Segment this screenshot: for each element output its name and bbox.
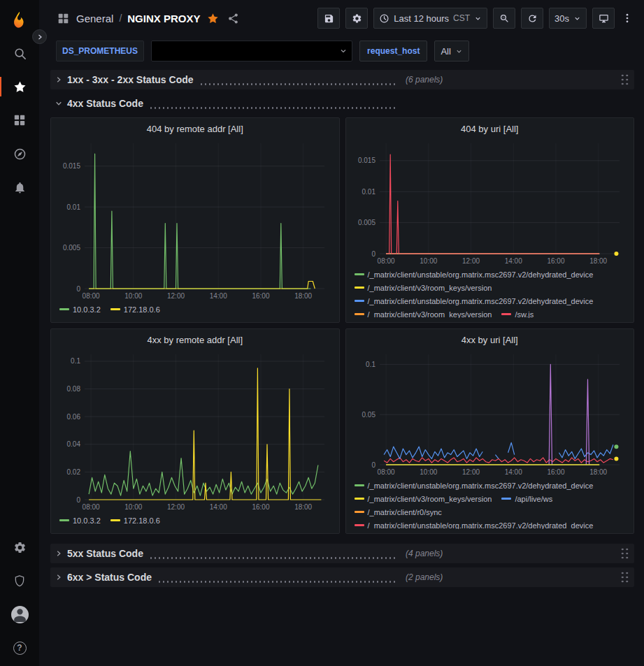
sidebar-item-configuration[interactable] [4, 530, 35, 564]
sidebar-expand-button[interactable] [32, 29, 47, 44]
time-range-picker[interactable]: Last 12 hours CST [373, 8, 487, 29]
sidebar-item-profile[interactable] [4, 598, 35, 631]
legend-swatch [59, 519, 69, 521]
row-drag-handle[interactable] [620, 73, 629, 86]
legend-item[interactable]: /sw.js [501, 307, 534, 318]
chevron-right-icon [55, 549, 63, 558]
legend-label: 172.18.0.6 [124, 516, 160, 525]
row-drag-handle[interactable] [620, 571, 629, 584]
grafana-logo[interactable] [4, 4, 35, 36]
legend-label: /_matrix/client/unstable/org.matrix.msc2… [368, 521, 594, 530]
legend-swatch [355, 287, 364, 289]
share-dashboard-button[interactable] [226, 11, 241, 26]
panel-title[interactable]: 4xx by uri [All] [352, 332, 629, 349]
legend-swatch [355, 498, 364, 500]
datasource-variable-label[interactable]: DS_PROMETHEUS [56, 41, 144, 61]
legend-item[interactable]: 172.18.0.6 [110, 303, 160, 316]
svg-text:0: 0 [371, 250, 375, 258]
legend-swatch [59, 308, 69, 310]
row-4xx[interactable]: 4xx Status Code [50, 94, 634, 113]
row-1xx-3xx-2xx[interactable]: 1xx - 3xx - 2xx Status Code (6 panels) [50, 70, 634, 89]
zoom-out-time-button[interactable] [493, 8, 515, 29]
legend-label: /_matrix/client/v3/room_keys/version [368, 495, 492, 503]
svg-text:0.06: 0.06 [67, 413, 81, 421]
row-6xx[interactable]: 6xx > Status Code (2 panels) [50, 567, 634, 587]
row-drag-handle[interactable] [620, 547, 629, 560]
legend-item[interactable]: /_matrix/client/unstable/org.matrix.msc2… [355, 294, 594, 307]
refresh-interval-dropdown[interactable]: 30s [549, 8, 587, 29]
cycle-view-mode-button[interactable] [592, 8, 615, 29]
panel-title[interactable]: 404 by remote addr [All] [57, 121, 334, 138]
legend-item[interactable]: 10.0.3.2 [59, 303, 101, 316]
sidebar-item-explore[interactable] [4, 137, 35, 171]
legend-item[interactable]: /_matrix/client/v3/room_keys/version [355, 307, 492, 318]
svg-text:18:00: 18:00 [294, 503, 312, 511]
time-zone-label: CST [453, 13, 470, 23]
svg-text:10:00: 10:00 [124, 292, 142, 300]
sidebar-item-dashboards[interactable] [4, 103, 35, 137]
svg-text:12:00: 12:00 [462, 257, 480, 265]
request-host-variable-value: All [441, 46, 450, 57]
chart-4xx-by-remote-addr[interactable]: 00.020.040.060.080.108:0010:0012:0014:00… [57, 349, 334, 514]
row-title-group: 1xx - 3xx - 2xx Status Code [67, 74, 401, 85]
panel-title[interactable]: 404 by uri [All] [352, 121, 629, 138]
grafana-flame-icon [10, 10, 29, 30]
row-title-group: 5xx Status Code [67, 548, 401, 559]
chart-404-by-remote-addr[interactable]: 00.0050.010.01508:0010:0012:0014:0016:00… [57, 138, 334, 303]
breadcrumb-section[interactable]: General [76, 13, 113, 24]
legend-item[interactable]: /_matrix/client/unstable/org.matrix.msc2… [355, 268, 594, 281]
refresh-icon [527, 13, 538, 24]
refresh-dashboard-button[interactable] [521, 8, 543, 29]
row-panel-count: (2 panels) [406, 572, 443, 582]
dashboards-grid-icon [13, 114, 26, 126]
svg-text:0: 0 [371, 461, 375, 469]
panel-4xx-by-remote-addr: 4xx by remote addr [All] 00.020.040.060.… [50, 328, 340, 534]
svg-text:10:00: 10:00 [124, 503, 142, 511]
sidebar-item-alerting[interactable] [4, 171, 35, 204]
legend-item[interactable]: /_matrix/client/v3/room_keys/version [355, 281, 492, 294]
sidebar-item-help[interactable]: ? [4, 631, 35, 665]
svg-text:0.05: 0.05 [362, 411, 375, 419]
row-5xx[interactable]: 5xx Status Code (4 panels) [50, 544, 634, 563]
save-icon [324, 13, 334, 24]
legend-item[interactable]: 10.0.3.2 [59, 514, 101, 527]
chart-404-by-uri[interactable]: 00.0050.010.01508:0010:0012:0014:0016:00… [352, 138, 629, 268]
svg-text:0.1: 0.1 [71, 357, 80, 365]
request-host-variable-select[interactable]: All [434, 41, 468, 61]
legend-item[interactable]: /_matrix/client/v3/room_keys/version [355, 492, 492, 505]
svg-text:18:00: 18:00 [589, 257, 607, 265]
row-title: 1xx - 3xx - 2xx Status Code [67, 74, 194, 85]
legend-item[interactable]: /_matrix/client/unstable/org.matrix.msc2… [355, 519, 594, 529]
legend-item[interactable]: /_matrix/client/r0/sync [355, 505, 442, 519]
sidebar: ? [0, 0, 39, 666]
legend-item[interactable]: /_matrix/client/unstable/org.matrix.msc2… [355, 479, 594, 492]
legend-item[interactable]: /api/live/ws [501, 492, 552, 505]
save-dashboard-button[interactable] [317, 8, 340, 29]
dashboard-settings-button[interactable] [345, 8, 368, 29]
svg-text:16:00: 16:00 [547, 257, 564, 265]
panel-title[interactable]: 4xx by remote addr [All] [57, 332, 334, 349]
svg-text:0: 0 [76, 496, 80, 504]
zoom-out-icon [499, 13, 510, 24]
request-host-variable-label[interactable]: request_host [359, 41, 427, 61]
svg-text:08:00: 08:00 [377, 257, 394, 265]
sidebar-item-starred[interactable] [4, 70, 35, 103]
legend-label: /api/live/ws [515, 495, 552, 503]
legend-item[interactable]: 172.18.0.6 [110, 514, 160, 527]
more-options-kebab[interactable] [620, 11, 634, 25]
chart-4xx-by-uri[interactable]: 00.050.108:0010:0012:0014:0016:0018:00 [352, 349, 629, 479]
sidebar-item-search[interactable] [4, 36, 35, 70]
row-leader-dots [157, 581, 396, 583]
svg-text:10:00: 10:00 [420, 257, 437, 265]
row-leader-dots [149, 107, 396, 109]
panel-grid: 404 by remote addr [All] 00.0050.010.015… [50, 117, 634, 534]
row-title-group: 4xx Status Code [67, 98, 401, 109]
legend-swatch [355, 511, 364, 513]
favorite-star-button[interactable] [206, 11, 220, 26]
row-leader-dots [199, 83, 396, 85]
datasource-variable-select[interactable] [151, 41, 352, 61]
svg-text:14:00: 14:00 [210, 292, 227, 300]
breadcrumb-title[interactable]: NGINX PROXY [127, 13, 200, 24]
shield-icon [13, 574, 26, 587]
sidebar-item-server-admin[interactable] [4, 564, 35, 598]
